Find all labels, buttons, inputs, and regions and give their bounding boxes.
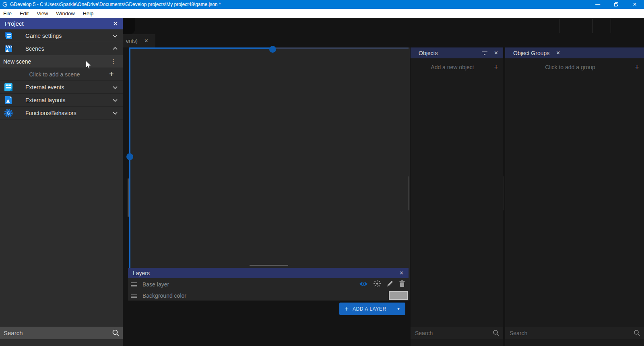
plus-icon[interactable]: +	[489, 63, 498, 72]
restore-button[interactable]	[607, 0, 625, 9]
objects-panel-header: Objects ✕	[411, 47, 503, 58]
chevron-up-icon	[111, 45, 119, 52]
layer-row-background[interactable]: Background color	[128, 290, 409, 301]
mouse-cursor	[85, 60, 93, 72]
window-title: GDevelop 5 - C:\Users\Sparkle\OneDrive\D…	[10, 2, 221, 7]
canvas-top-border-muted	[276, 47, 409, 49]
add-object-row[interactable]: Add a new object +	[411, 61, 503, 74]
sidebar-item-label: Scenes	[25, 45, 44, 52]
gdevelop-logo-icon	[2, 2, 8, 7]
tab-scene-events[interactable]: ents) ✕	[123, 34, 155, 47]
layers-panel-header: Layers ✕	[128, 268, 409, 278]
project-panel: Project ✕ Game settings Scenes New scene…	[0, 18, 123, 346]
kebab-menu-icon[interactable]: ⋮	[110, 58, 116, 65]
objects-search-input[interactable]	[411, 327, 503, 339]
plus-icon: +	[345, 305, 349, 313]
canvas-left-gutter	[123, 47, 129, 300]
object-groups-search-bar	[505, 327, 644, 339]
menu-window[interactable]: Window	[52, 9, 78, 18]
visibility-eye-icon[interactable]	[359, 281, 368, 288]
plus-icon[interactable]: +	[109, 70, 123, 79]
scenes-icon	[3, 43, 14, 54]
objects-panel-title: Objects	[419, 50, 438, 56]
menubar: File Edit View Window Help	[0, 9, 644, 18]
sidebar-item-label: External events	[25, 84, 64, 91]
search-icon	[493, 330, 500, 338]
layer-row-base[interactable]: Base layer	[128, 278, 409, 290]
svg-text:G: G	[7, 111, 10, 115]
delete-layer-trash-icon[interactable]	[399, 280, 405, 288]
add-object-label: Add a new object	[415, 64, 489, 70]
sidebar-item-external-events[interactable]: External events	[0, 81, 123, 94]
chevron-down-icon: ▼	[397, 307, 400, 311]
project-search-bar	[0, 327, 123, 339]
project-panel-header: Project ✕	[0, 18, 123, 29]
canvas-selection-top-border	[129, 47, 276, 49]
sidebar-item-external-layouts[interactable]: External layouts	[0, 94, 123, 107]
add-scene-label: Click to add a scene	[0, 71, 109, 78]
edit-layer-pencil-icon[interactable]	[386, 280, 394, 288]
layers-panel: Layers ✕ Base layer Background color	[128, 268, 409, 301]
titlebar: GDevelop 5 - C:\Users\Sparkle\OneDrive\D…	[0, 0, 644, 9]
search-icon	[634, 330, 640, 338]
chevron-down-icon	[111, 84, 119, 91]
plus-icon[interactable]: +	[630, 63, 639, 72]
add-scene-row[interactable]: Click to add a scene +	[0, 68, 123, 81]
objects-close-icon[interactable]: ✕	[494, 50, 498, 56]
selection-handle-left[interactable]	[126, 153, 133, 160]
sidebar-item-scenes[interactable]: Scenes	[0, 42, 123, 55]
sidebar-item-label: Functions/Behaviors	[25, 110, 76, 116]
sidebar-item-label: Game settings	[25, 33, 62, 39]
object-groups-panel-title: Object Groups	[513, 50, 549, 56]
menu-help[interactable]: Help	[79, 9, 98, 18]
vertical-scrollbar-thumb[interactable]	[504, 176, 504, 210]
objects-search-bar	[411, 327, 503, 339]
menu-edit[interactable]: Edit	[16, 9, 33, 18]
tab-close-icon[interactable]: ✕	[144, 38, 149, 44]
layers-panel-resize-handle[interactable]	[250, 265, 288, 266]
menu-view[interactable]: View	[33, 9, 52, 18]
vertical-scrollbar-thumb[interactable]	[128, 178, 129, 217]
layers-close-icon[interactable]: ✕	[399, 270, 404, 276]
toolbar-separator	[559, 19, 559, 33]
chevron-down-icon	[111, 32, 119, 39]
external-events-icon	[3, 82, 14, 93]
layers-panel-title: Layers	[133, 270, 150, 276]
add-group-label: Click to add a group	[510, 64, 630, 70]
functions-behaviors-icon: G	[3, 108, 14, 118]
layer-effects-icon[interactable]	[373, 280, 381, 289]
add-layer-label: ADD A LAYER	[353, 306, 386, 312]
add-layer-dropdown[interactable]: ▼	[392, 303, 405, 315]
sidebar-item-game-settings[interactable]: Game settings	[0, 29, 123, 42]
scene-name-label: New scene	[3, 58, 31, 65]
project-close-icon[interactable]: ✕	[113, 20, 118, 27]
drag-handle-icon[interactable]	[131, 294, 137, 298]
minimize-button[interactable]: —	[588, 0, 607, 9]
toolbar-tab-remnant	[123, 18, 135, 34]
filter-icon[interactable]	[481, 51, 487, 55]
menu-file[interactable]: File	[0, 9, 16, 18]
toolbar-separator	[611, 19, 611, 33]
object-groups-search-input[interactable]	[505, 327, 644, 339]
add-group-row[interactable]: Click to add a group +	[505, 61, 644, 74]
tab-label: ents)	[126, 38, 138, 44]
scene-item-new-scene[interactable]: New scene ⋮	[0, 55, 123, 68]
selection-handle-top[interactable]	[269, 46, 276, 53]
scene-editor-canvas[interactable]	[123, 47, 410, 300]
sidebar-item-functions-behaviors[interactable]: G Functions/Behaviors	[0, 107, 123, 119]
layer-label: Base layer	[142, 281, 169, 288]
project-panel-title: Project	[5, 20, 24, 27]
background-color-swatch[interactable]	[389, 291, 408, 300]
chevron-down-icon	[111, 109, 119, 117]
chevron-down-icon	[111, 97, 119, 104]
object-groups-panel-header: Object Groups ✕	[505, 47, 644, 58]
add-layer-button[interactable]: + ADD A LAYER ▼	[339, 303, 405, 315]
project-search-input[interactable]	[0, 327, 123, 339]
drag-handle-icon[interactable]	[131, 282, 137, 286]
search-icon	[112, 329, 120, 338]
close-window-button[interactable]: ✕	[625, 0, 644, 9]
vertical-scrollbar-thumb[interactable]	[408, 176, 409, 210]
object-groups-close-icon[interactable]: ✕	[556, 50, 560, 56]
objects-panel: Objects ✕ Add a new object +	[411, 47, 503, 346]
game-settings-icon	[3, 31, 14, 41]
